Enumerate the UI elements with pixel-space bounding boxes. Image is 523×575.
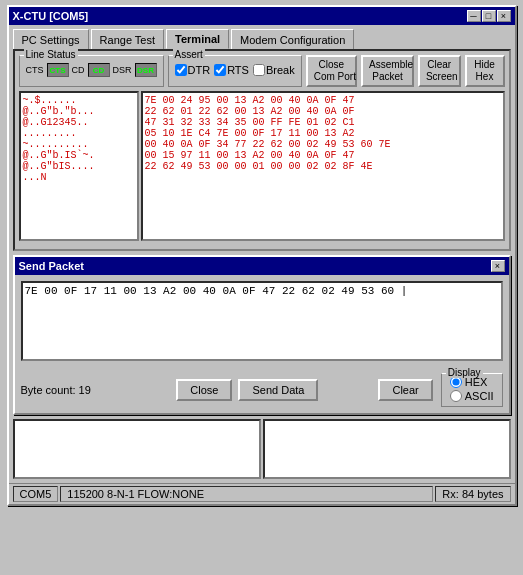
send-packet-dialog: Send Packet × Byte count: 19 Close Send … [13, 255, 511, 415]
hex-line: 00 15 97 11 00 13 A2 00 40 0A 0F 47 [145, 150, 501, 161]
tab-pc-settings[interactable]: PC Settings [13, 29, 89, 49]
dialog-button-row: Close Send Data [176, 379, 318, 401]
break-checkbox-item: Break [253, 64, 295, 76]
cts-led: CTS [47, 63, 69, 77]
bottom-left-panel [13, 419, 261, 479]
ascii-line: @..G"b.IS`~. [23, 150, 135, 161]
hex-panel: 7E 00 24 95 00 13 A2 00 40 0A 0F 47 22 6… [141, 91, 505, 241]
bottom-right-panel [263, 419, 511, 479]
dialog-content [15, 275, 509, 369]
break-label: Break [266, 64, 295, 76]
hex-line: 00 40 0A 0F 34 77 22 62 00 02 49 53 60 7… [145, 139, 501, 150]
assert-group: Assert DTR RTS Break [168, 55, 302, 87]
bottom-area [13, 419, 511, 479]
rts-checkbox-item: RTS [214, 64, 249, 76]
tab-bar: PC Settings Range Test Terminal Modem Co… [9, 25, 515, 49]
status-rx: Rx: 84 bytes [435, 486, 510, 502]
cd-led: CD [88, 63, 110, 77]
display-group: Display HEX ASCII [441, 373, 503, 407]
packet-input[interactable] [21, 281, 503, 361]
tab-range-test[interactable]: Range Test [91, 29, 164, 49]
ascii-radio[interactable] [450, 390, 462, 402]
ascii-line: ~.......... [23, 139, 135, 150]
assemble-packet-button[interactable]: Assemble Packet [361, 55, 414, 87]
window-title: X-CTU [COM5] [13, 10, 89, 22]
title-bar-controls: ─ □ × [467, 10, 511, 22]
hex-line: 47 31 32 33 34 35 00 FF FE 01 02 C1 [145, 117, 501, 128]
ascii-line: @..G"bIS.... [23, 161, 135, 172]
rts-label: RTS [227, 64, 249, 76]
ascii-line: ......... [23, 128, 135, 139]
cts-label: CTS [26, 65, 44, 75]
ascii-line: @..G"b."b... [23, 106, 135, 117]
content-area: Line Status CTS CTS CD CD DSR DSR Assert… [13, 49, 511, 251]
ascii-radio-item: ASCII [450, 390, 494, 402]
assert-label: Assert [173, 49, 205, 60]
dtr-label: DTR [188, 64, 211, 76]
hex-line: 22 62 49 53 00 00 01 00 00 02 02 8F 4E [145, 161, 501, 172]
dsr-led: DSR [135, 63, 157, 77]
dialog-footer: Byte count: 19 Close Send Data Clear Dis… [15, 369, 509, 413]
clear-button[interactable]: Clear [378, 379, 432, 401]
status-settings: 115200 8-N-1 FLOW:NONE [60, 486, 433, 502]
hex-line: 05 10 1E C4 7E 00 0F 17 11 00 13 A2 [145, 128, 501, 139]
ascii-radio-label: ASCII [465, 390, 494, 402]
dsr-label: DSR [113, 65, 132, 75]
line-status-label: Line Status [24, 49, 78, 60]
byte-count-label: Byte count: 19 [21, 384, 91, 396]
clear-screen-button[interactable]: Clear Screen [418, 55, 461, 87]
maximize-button[interactable]: □ [482, 10, 496, 22]
main-window: X-CTU [COM5] ─ □ × PC Settings Range Tes… [7, 5, 517, 506]
ascii-line: @..G12345.. [23, 117, 135, 128]
dtr-checkbox-item: DTR [175, 64, 211, 76]
minimize-button[interactable]: ─ [467, 10, 481, 22]
dialog-title-bar: Send Packet × [15, 257, 509, 275]
display-group-label: Display [446, 367, 483, 378]
status-port: COM5 [13, 486, 59, 502]
title-bar: X-CTU [COM5] ─ □ × [9, 7, 515, 25]
rts-checkbox[interactable] [214, 64, 226, 76]
toolbar-row: Line Status CTS CTS CD CD DSR DSR Assert… [19, 55, 505, 87]
dialog-close-btn[interactable]: Close [176, 379, 232, 401]
ascii-line: ...N [23, 172, 135, 183]
line-status-group: Line Status CTS CTS CD CD DSR DSR [19, 55, 164, 87]
dialog-title-text: Send Packet [19, 260, 84, 272]
dialog-close-button[interactable]: × [491, 260, 505, 272]
dtr-checkbox[interactable] [175, 64, 187, 76]
hex-line: 22 62 01 22 62 00 13 A2 00 40 0A 0F [145, 106, 501, 117]
terminal-row: ~.$...... @..G"b."b... @..G12345.. .....… [19, 91, 505, 241]
send-data-button[interactable]: Send Data [238, 379, 318, 401]
tab-modem-config[interactable]: Modem Configuration [231, 29, 354, 49]
close-com-port-button[interactable]: Close Com Port [306, 55, 357, 87]
cd-label: CD [72, 65, 85, 75]
status-bar: COM5 115200 8-N-1 FLOW:NONE Rx: 84 bytes [9, 483, 515, 504]
ascii-panel: ~.$...... @..G"b."b... @..G12345.. .....… [19, 91, 139, 241]
tab-terminal[interactable]: Terminal [166, 29, 229, 49]
hex-line: 7E 00 24 95 00 13 A2 00 40 0A 0F 47 [145, 95, 501, 106]
hide-hex-button[interactable]: Hide Hex [465, 55, 505, 87]
break-checkbox[interactable] [253, 64, 265, 76]
close-button[interactable]: × [497, 10, 511, 22]
ascii-line: ~.$...... [23, 95, 135, 106]
